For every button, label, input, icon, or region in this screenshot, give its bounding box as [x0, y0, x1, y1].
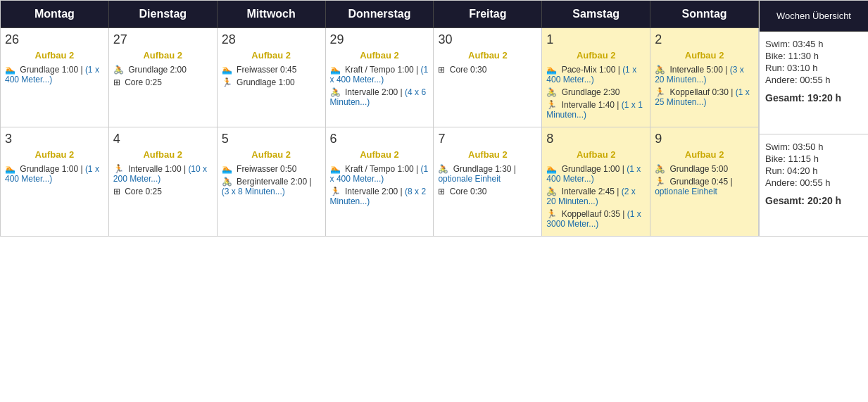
workout-text-9-1: Grundlage 0:45 | [669, 177, 732, 187]
workout-9-0: 🚴 Grundlage 5:00 [655, 164, 754, 174]
phase-26: Aufbau 2 [5, 50, 104, 61]
workout-2-0: 🚴 Intervalle 5:00 | (3 x 20 Minuten...) [655, 65, 754, 84]
workout-29-0: 🏊 Kraft / Tempo 1:00 | (1 x 400 Meter...… [330, 65, 429, 84]
header-wednesday: Mittwoch [218, 1, 326, 28]
phase-28: Aufbau 2 [222, 50, 321, 61]
workout-text-4-1: Core 0:25 [125, 187, 162, 196]
workout-text-9-0: Grundlage 5:00 [669, 164, 728, 174]
swim-icon-5: 🏊 [222, 164, 232, 174]
sidebar-header: Wochen Übersicht [760, 1, 868, 32]
swim-icon-26: 🏊 [5, 65, 15, 75]
day-number-28: 28 [222, 32, 321, 47]
day-5: 5 Aufbau 2 🏊 Freiwasser 0:50 🚴 Berginter… [218, 127, 326, 237]
sidebar-week2: Swim: 03:50 h Bike: 11:15 h Run: 04:20 h… [760, 134, 868, 237]
calendar-grid: Montag Dienstag Mittwoch Donnerstag Frei… [0, 0, 759, 237]
workout-text-27-1: Core 0:25 [125, 77, 162, 87]
workout-link-9-1[interactable]: optionale Einheit [655, 187, 717, 196]
workout-5-0: 🏊 Freiwasser 0:50 [222, 164, 321, 174]
workout-link-5-1[interactable]: (3 x 8 Minuten...) [222, 187, 285, 196]
workout-1-2: 🏃 Intervalle 1:40 | (1 x 1 Minuten...) [546, 100, 646, 120]
day-27: 27 Aufbau 2 🚴 Grundlage 2:00 ⊞ Core 0:25 [109, 28, 218, 127]
bike-icon-5: 🚴 [222, 177, 232, 187]
day-number-26: 26 [5, 32, 104, 47]
workout-text-6-0: Kraft / Tempo 1:00 | [345, 164, 418, 174]
run-icon-6: 🏃 [330, 187, 341, 196]
phase-5: Aufbau 2 [222, 149, 321, 160]
run-icon-28: 🏃 [222, 77, 232, 87]
workout-4-0: 🏃 Intervalle 1:00 | (10 x 200 Meter...) [113, 164, 213, 184]
workout-text-8-2: Koppellauf 0:35 | [562, 209, 625, 219]
week1-bike: Bike: 11:30 h [765, 51, 862, 61]
workout-3-0: 🏊 Grundlage 1:00 | (1 x 400 Meter...) [5, 164, 104, 184]
week1-swim: Swim: 03:45 h [765, 39, 862, 49]
week1-total: Gesamt: 19:20 h [765, 92, 862, 103]
day-number-2: 2 [655, 32, 754, 47]
week2-total: Gesamt: 20:20 h [765, 195, 862, 206]
phase-27: Aufbau 2 [113, 50, 213, 61]
workout-text-7-0: Grundlage 1:30 | [453, 164, 516, 174]
run-icon-2: 🏃 [655, 87, 665, 97]
workout-link-7-0[interactable]: optionale Einheit [438, 174, 501, 184]
workout-26-0: 🏊 Grundlage 1:00 | (1 x 400 Meter...) [5, 65, 104, 84]
week2-other: Andere: 00:55 h [765, 177, 862, 188]
phase-6: Aufbau 2 [330, 149, 429, 160]
bike-icon-1: 🚴 [546, 87, 557, 97]
workout-8-2: 🏃 Koppellauf 0:35 | (1 x 3000 Meter...) [546, 209, 646, 229]
day-number-9: 9 [655, 132, 754, 146]
header-tuesday: Dienstag [109, 1, 218, 28]
day-7: 7 Aufbau 2 🚴 Grundlage 1:30 | optionale … [434, 127, 542, 237]
week2-bike: Bike: 11:15 h [765, 153, 862, 164]
workout-28-0: 🏊 Freiwasser 0:45 [222, 65, 321, 75]
bike-icon-29: 🚴 [330, 87, 341, 97]
phase-9: Aufbau 2 [655, 149, 754, 160]
run-icon-8: 🏃 [546, 209, 557, 219]
workout-text-8-0: Grundlage 1:00 | [562, 164, 624, 174]
workout-27-1: ⊞ Core 0:25 [113, 77, 213, 87]
workout-text-2-0: Intervalle 5:00 | [669, 65, 727, 75]
workout-text-5-0: Freiwasser 0:50 [237, 164, 296, 174]
swim-icon-1: 🏊 [546, 65, 557, 75]
core-icon-7: ⊞ [438, 187, 445, 196]
week2-swim: Swim: 03:50 h [765, 142, 862, 152]
bike-icon-2: 🚴 [655, 65, 665, 75]
workout-text-5-1: Bergintervalle 2:00 | [237, 177, 312, 187]
workout-text-28-0: Freiwasser 0:45 [237, 65, 296, 75]
phase-29: Aufbau 2 [330, 50, 429, 61]
workout-text-26-0: Grundlage 1:00 | [20, 65, 82, 75]
workout-text-30-0: Core 0:30 [450, 65, 487, 75]
header-monday: Montag [1, 1, 109, 28]
core-icon-30: ⊞ [438, 65, 445, 75]
workout-7-0: 🚴 Grundlage 1:30 | optionale Einheit [438, 164, 537, 184]
day-number-6: 6 [330, 132, 429, 146]
day-8: 8 Aufbau 2 🏊 Grundlage 1:00 | (1 x 400 M… [542, 127, 650, 237]
day-number-1: 1 [546, 32, 646, 47]
day-28: 28 Aufbau 2 🏊 Freiwasser 0:45 🏃 Grundlag… [218, 28, 326, 127]
day-29: 29 Aufbau 2 🏊 Kraft / Tempo 1:00 | (1 x … [326, 28, 434, 127]
swim-icon-29: 🏊 [330, 65, 341, 75]
phase-2: Aufbau 2 [655, 50, 754, 61]
day-number-7: 7 [438, 132, 537, 146]
phase-7: Aufbau 2 [438, 149, 537, 160]
workout-30-0: ⊞ Core 0:30 [438, 65, 537, 75]
workout-text-1-2: Intervalle 1:40 | [562, 100, 619, 110]
core-icon-4: ⊞ [113, 187, 120, 196]
workout-1-0: 🏊 Pace-Mix 1:00 | (1 x 400 Meter...) [546, 65, 646, 84]
week1-run: Run: 03:10 h [765, 63, 862, 73]
workout-text-29-0: Kraft / Tempo 1:00 | [345, 65, 418, 75]
day-9: 9 Aufbau 2 🚴 Grundlage 5:00 🏃 Grundlage … [650, 127, 759, 237]
workout-6-0: 🏊 Kraft / Tempo 1:00 | (1 x 400 Meter...… [330, 164, 429, 184]
day-number-27: 27 [113, 32, 213, 47]
workout-29-1: 🚴 Intervalle 2:00 | (4 x 6 Minuten...) [330, 87, 429, 107]
workout-7-1: ⊞ Core 0:30 [438, 187, 537, 196]
run-icon-4: 🏃 [113, 164, 124, 174]
workout-1-1: 🚴 Grundlage 2:30 [546, 87, 646, 97]
bike-icon-7: 🚴 [438, 164, 448, 174]
core-icon-27: ⊞ [113, 77, 120, 87]
run-icon-1: 🏃 [546, 100, 557, 110]
day-3: 3 Aufbau 2 🏊 Grundlage 1:00 | (1 x 400 M… [1, 127, 109, 237]
day-4: 4 Aufbau 2 🏃 Intervalle 1:00 | (10 x 200… [109, 127, 218, 237]
week2-run: Run: 04:20 h [765, 165, 862, 176]
workout-5-1: 🚴 Bergintervalle 2:00 | (3 x 8 Minuten..… [222, 177, 321, 196]
workout-8-0: 🏊 Grundlage 1:00 | (1 x 400 Meter...) [546, 164, 646, 184]
phase-1: Aufbau 2 [546, 50, 646, 61]
